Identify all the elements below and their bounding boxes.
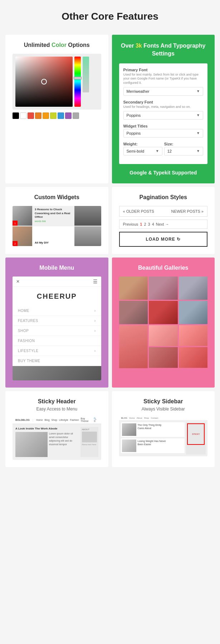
- gallery-img-6[interactable]: [179, 301, 208, 324]
- widget-preview: 3 Reasons to Chuck Coworking and Get a R…: [13, 206, 101, 246]
- mobile-nav-lifestyle[interactable]: LIFESTYLE›: [13, 346, 101, 356]
- widget-titles-group: Widget Titles Poppins ▼: [123, 124, 204, 138]
- gallery-img-2[interactable]: [149, 277, 178, 300]
- sticky-nav-shop[interactable]: Shop: [52, 419, 57, 421]
- gallery-img-9[interactable]: [149, 347, 178, 368]
- mobile-preview: ✕ ☰ CHEERUP HOME› FEATURES› SHOP› FASHIO…: [13, 277, 101, 380]
- next-link[interactable]: Next →: [156, 222, 169, 226]
- sticky-nav-fashion[interactable]: Fashion: [70, 419, 79, 421]
- newer-posts-link[interactable]: NEWER POSTS »: [171, 209, 204, 213]
- weight-group: Weight: Semi-bold ▼: [123, 142, 162, 155]
- swatch-white[interactable]: [20, 112, 26, 119]
- swatch-orange[interactable]: [35, 112, 41, 119]
- color-options-card: Unlimited Color Options: [5, 35, 108, 183]
- page-4[interactable]: 4: [152, 222, 154, 226]
- size-group: Size: 12 ▼: [164, 142, 203, 155]
- sticky-nav-sep: |: [33, 419, 33, 421]
- sticky-header-card: Sticky Header Easy Access to Menu BOLDBL…: [5, 391, 108, 467]
- swatch-black[interactable]: [13, 112, 19, 119]
- load-more-button[interactable]: LOAD MORE ↻: [119, 232, 208, 247]
- swatch-yellow[interactable]: [43, 112, 49, 119]
- dropdown-arrow-2: ▼: [196, 113, 200, 117]
- pagination-heading: Pagination Styles: [119, 194, 208, 201]
- older-posts-link[interactable]: « OLDER POSTS: [123, 209, 154, 213]
- widgets-heading: Custom Widgets: [13, 194, 101, 201]
- sp-nav-item-3[interactable]: Shop: [144, 417, 149, 419]
- previous-link[interactable]: Previous: [123, 222, 138, 226]
- mobile-nav-features[interactable]: FEATURES›: [13, 316, 101, 326]
- mobile-nav-home[interactable]: HOME›: [13, 306, 101, 316]
- fonts-card: Over 3k Fonts And Typography Settings Pr…: [112, 35, 215, 183]
- sp-article-img-2: [122, 439, 136, 452]
- secondary-font-select[interactable]: Poppins ▼: [123, 111, 204, 120]
- pagination-numbers: Previous 1 2 3 4 Next →: [119, 220, 208, 229]
- gallery-img-3[interactable]: [179, 277, 208, 300]
- swatch-blue[interactable]: [58, 112, 64, 119]
- sp-sidebar-highlight: STICKY: [187, 423, 205, 445]
- sticky-nav-blog[interactable]: Blog: [45, 419, 50, 421]
- mobile-nav-fashion[interactable]: FASHION: [13, 336, 101, 346]
- sp-article-1: The Only Thing EmilyCares About: [121, 422, 185, 437]
- hamburger-icon[interactable]: ☰: [93, 279, 98, 284]
- widget-text-1: 3 Reasons to Chuck Coworking and Get a R…: [32, 206, 74, 226]
- color-picker-dot[interactable]: [41, 79, 47, 85]
- widget-titles-select[interactable]: Poppins ▼: [123, 129, 204, 138]
- sp-main-area: The Only Thing EmilyCares About Losing W…: [121, 422, 185, 455]
- dropdown-arrow: ▼: [196, 89, 200, 93]
- sp-nav-logo: BLOG: [121, 417, 127, 419]
- sp-sidebar-area: STICKY: [186, 422, 206, 455]
- swatch-purple[interactable]: [65, 112, 72, 119]
- widget-text-2: All My DIY: [32, 226, 74, 246]
- fonts-footer: Google & Typekit Supported: [119, 169, 208, 177]
- gallery-img-11[interactable]: [179, 347, 208, 368]
- gallery-img-10[interactable]: [179, 325, 208, 346]
- color-picker[interactable]: [13, 54, 101, 110]
- secondary-font-label: Secondary Font: [123, 100, 204, 104]
- sidebar-preview-nav: BLOG Home About Shop Contact: [119, 416, 208, 420]
- gallery-img-5[interactable]: [149, 301, 178, 324]
- weight-label: Weight:: [123, 142, 162, 146]
- galleries-heading: Beautiful Galleries: [119, 265, 208, 271]
- size-label: Size:: [164, 142, 203, 146]
- size-select[interactable]: 12 ▼: [164, 147, 203, 155]
- gallery-img-1[interactable]: [119, 277, 148, 300]
- gallery-img-7[interactable]: [119, 325, 148, 368]
- gallery-img-4[interactable]: [119, 301, 148, 324]
- sticky-nav-buy[interactable]: Buy Theme: [81, 417, 92, 422]
- page-1[interactable]: 1: [140, 222, 142, 226]
- sticky-article-image: [15, 432, 48, 457]
- sp-nav-item-4[interactable]: Contact: [151, 417, 158, 419]
- pagination-card: Pagination Styles « OLDER POSTS NEWER PO…: [112, 187, 215, 254]
- widget-image-right-2: [74, 226, 101, 246]
- gallery-col-3: [179, 325, 208, 368]
- color-spectrum-slider[interactable]: [74, 57, 81, 107]
- page-3[interactable]: 3: [148, 222, 150, 226]
- swatch-red[interactable]: [28, 112, 34, 119]
- sp-article-text-1: The Only Thing EmilyCares About: [138, 423, 162, 436]
- mobile-nav-buy-theme[interactable]: BUY THEME: [13, 356, 101, 366]
- color-gradient-area[interactable]: [15, 57, 73, 107]
- primary-font-select[interactable]: Merriweather ▼: [123, 87, 204, 96]
- sticky-nav-bar: BOLDBLOG | Home Blog Shop Lifestyle Fash…: [13, 416, 101, 424]
- page-2[interactable]: 2: [144, 222, 146, 226]
- swatch-gray[interactable]: [73, 112, 79, 119]
- dropdown-arrow-3: ▼: [196, 131, 200, 135]
- sp-nav-item-2[interactable]: About: [137, 417, 142, 419]
- mobile-nav-shop[interactable]: SHOP›: [13, 326, 101, 336]
- gallery-img-8[interactable]: [149, 325, 178, 346]
- sp-article-img-1: [122, 423, 136, 436]
- gallery-grid-top: [119, 277, 208, 324]
- swatch-lime[interactable]: [50, 112, 57, 119]
- sticky-main-content: A Look Inside The Work Abode Lorem ipsum…: [15, 427, 79, 457]
- secondary-font-desc: Used for headings, meta, navigation and …: [123, 105, 204, 109]
- sticky-nav-lifestyle[interactable]: Lifestyle: [59, 419, 68, 421]
- close-icon[interactable]: ✕: [16, 279, 20, 284]
- spectrum-thumb[interactable]: [74, 77, 82, 80]
- weight-select[interactable]: Semi-bold ▼: [123, 147, 162, 155]
- galleries-card: Beautiful Galleries: [112, 258, 215, 388]
- mobile-topbar: ✕ ☰: [13, 277, 101, 287]
- sticky-nav-home[interactable]: Home: [36, 419, 43, 421]
- sp-article-text-2: Losing Weight Has NeverBeen Easier: [138, 439, 166, 452]
- sp-nav-item-1[interactable]: Home: [129, 417, 135, 419]
- sp-article-2: Losing Weight Has NeverBeen Easier: [121, 438, 185, 453]
